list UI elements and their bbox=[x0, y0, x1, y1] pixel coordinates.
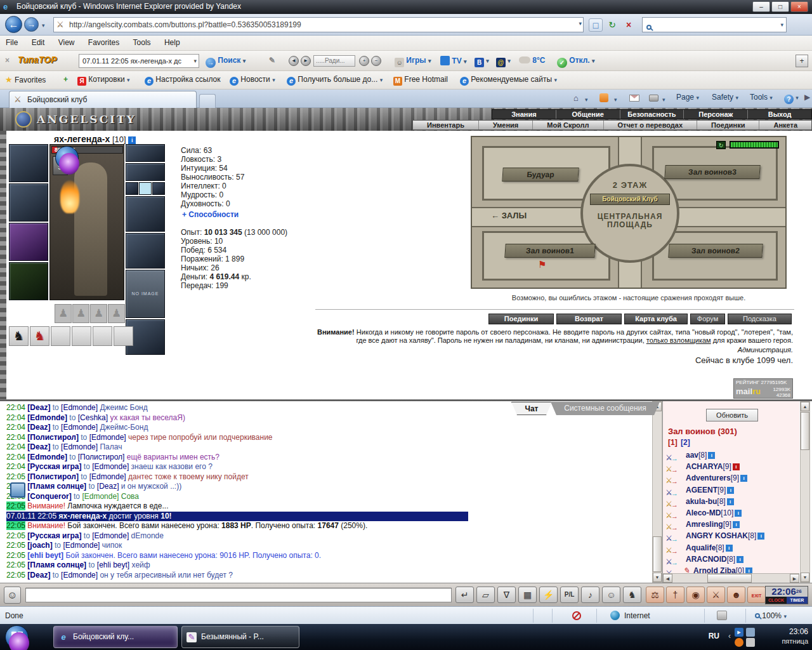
warning-underlined-link[interactable]: только взломщикам bbox=[646, 336, 711, 344]
player-name-link[interactable]: AGEENT bbox=[686, 486, 717, 494]
player-name-link[interactable]: ARACNOID bbox=[686, 555, 727, 564]
ghost-slot[interactable]: ♟ bbox=[108, 304, 125, 323]
compatibility-icon[interactable]: □ bbox=[589, 18, 603, 32]
forward-button[interactable]: → bbox=[24, 17, 39, 32]
player-name-link[interactable]: Amresling bbox=[686, 520, 723, 529]
screen-icon[interactable]: ▦ bbox=[518, 587, 537, 603]
b-dropdown[interactable]: ▾ bbox=[486, 58, 489, 64]
ring-slot[interactable] bbox=[126, 182, 138, 195]
gloves-slot[interactable] bbox=[126, 196, 165, 232]
nav-knowledge[interactable]: Знания bbox=[492, 110, 556, 119]
token-slot-empty[interactable] bbox=[93, 326, 112, 346]
menu-favorites[interactable]: Favorites bbox=[82, 36, 125, 50]
toolbar-logo[interactable]: ТипаТОР bbox=[18, 55, 57, 65]
tools-menu[interactable]: Tools ▾ bbox=[750, 93, 773, 102]
url-text[interactable]: http://angelscity.combats.com/buttons.pl… bbox=[69, 20, 301, 29]
favbar-item-more[interactable]: e Получить больше до... ▾ bbox=[287, 75, 383, 86]
back-button[interactable]: ← bbox=[5, 16, 22, 33]
favbar-item-dropdown[interactable]: ▾ bbox=[554, 77, 557, 83]
eraser-icon[interactable]: ▱ bbox=[476, 587, 495, 603]
duels-button[interactable]: Поединки bbox=[488, 314, 554, 324]
player-name-link[interactable]: ANGRY KOSHAK bbox=[686, 531, 748, 540]
page-link-2[interactable]: [2] bbox=[681, 438, 690, 447]
start-button[interactable] bbox=[5, 625, 29, 649]
print-dropdown[interactable]: ▾ bbox=[662, 96, 665, 103]
favbar-item-recommended[interactable]: e Рекомендуемые сайты ▾ bbox=[460, 75, 557, 86]
refresh-button[interactable]: ↻ bbox=[605, 18, 619, 32]
player-info-icon[interactable]: i bbox=[726, 545, 733, 552]
map-banner-hall1[interactable]: Зал воинов1 bbox=[504, 244, 596, 258]
subnav-scroll[interactable]: Мой Скролл bbox=[532, 121, 603, 129]
map-halls-link[interactable]: ← ЗАЛЫ bbox=[491, 211, 527, 220]
exit-icon[interactable]: EXIT bbox=[747, 587, 766, 603]
favbar-item-news[interactable]: e Новости ▾ bbox=[230, 75, 275, 86]
ghost-slot[interactable]: ♟ bbox=[55, 304, 72, 323]
player-info-icon[interactable]: i bbox=[727, 487, 734, 494]
highlighter-icon[interactable]: ✎ bbox=[269, 56, 275, 65]
overflow-chevron-icon[interactable]: ▶ bbox=[804, 93, 810, 102]
menu-file[interactable]: File bbox=[0, 36, 23, 50]
player-name-link[interactable]: aav bbox=[686, 451, 698, 460]
toolbar-close-icon[interactable]: × bbox=[5, 56, 10, 65]
scroll-down-icon[interactable]: ▼ bbox=[801, 573, 809, 582]
history-dropdown[interactable]: ▾ bbox=[42, 22, 45, 29]
language-indicator[interactable]: RU bbox=[709, 632, 719, 640]
protection-dropdown[interactable]: ▾ bbox=[592, 58, 595, 64]
map-banner-boudoir[interactable]: Будуар bbox=[502, 168, 579, 182]
magic-orb-icon[interactable] bbox=[55, 146, 79, 169]
read-mail-icon[interactable] bbox=[628, 93, 641, 104]
refresh-list-button[interactable]: Обновить bbox=[706, 409, 758, 421]
add-toolbar-button[interactable]: + bbox=[796, 55, 808, 67]
shoulders-slot[interactable] bbox=[9, 183, 48, 222]
url-box[interactable]: ⚔ http://angelscity.combats.com/buttons.… bbox=[53, 17, 584, 32]
private-level-icon[interactable]: P/L bbox=[560, 587, 579, 603]
minimize-button[interactable]: – bbox=[752, 1, 770, 12]
sound-icon[interactable]: ♪ bbox=[581, 587, 599, 603]
timer-label[interactable]: TIMER bbox=[787, 597, 808, 604]
favbar-item-dropdown[interactable]: ▾ bbox=[127, 77, 130, 83]
taskbar-item-browser[interactable]: e Бойцовский клу... bbox=[53, 626, 178, 648]
menu-edit[interactable]: Edit bbox=[26, 36, 51, 50]
smileys-button[interactable]: ☺ bbox=[4, 587, 21, 604]
scroll-thumb[interactable] bbox=[653, 536, 662, 572]
safety-menu[interactable]: Safety ▾ bbox=[712, 93, 738, 102]
toolbar-history-dropdown[interactable]: ▾ bbox=[193, 55, 197, 67]
forum-button[interactable]: Форум bbox=[690, 314, 725, 324]
subnav-transfers[interactable]: Отчет о переводах bbox=[603, 121, 697, 129]
token-slot-black-knight[interactable]: ♞ bbox=[9, 326, 29, 346]
subnav-inventory[interactable]: Инвентарь bbox=[413, 121, 478, 129]
map-refresh-icon[interactable]: ↻ bbox=[716, 141, 726, 149]
player-info-icon[interactable]: i bbox=[733, 521, 740, 528]
scroll-thumb[interactable] bbox=[801, 412, 809, 450]
url-dropdown[interactable]: ▾ bbox=[579, 20, 582, 27]
new-tab-button[interactable] bbox=[199, 94, 216, 108]
weather-button[interactable]: 8°C bbox=[519, 56, 545, 65]
home-icon[interactable]: ⌂ bbox=[570, 93, 582, 104]
knight-icon[interactable]: ♞ bbox=[623, 587, 641, 603]
armor-slot-empty[interactable]: NO IMAGE bbox=[126, 270, 165, 318]
tv-dropdown[interactable]: ▾ bbox=[464, 58, 467, 65]
dagger-icon[interactable]: † bbox=[666, 587, 684, 603]
nav-exit[interactable]: Выход bbox=[747, 110, 811, 119]
mail-button[interactable]: @ ▾ bbox=[496, 56, 511, 67]
tab-active[interactable]: ⚔ Бойцовский клуб bbox=[9, 91, 197, 108]
nav-chat[interactable]: Общение bbox=[556, 110, 620, 119]
page-link-1[interactable]: [1] bbox=[668, 438, 678, 447]
menu-view[interactable]: View bbox=[53, 36, 81, 50]
print-icon[interactable] bbox=[647, 93, 660, 104]
nav-character[interactable]: Персонаж bbox=[683, 110, 747, 119]
token-slot-empty[interactable] bbox=[72, 326, 91, 346]
menu-help[interactable]: Help bbox=[159, 36, 186, 50]
tab-system-messages[interactable]: Системные сообщения bbox=[551, 402, 660, 415]
zoom-dropdown[interactable]: ▾ bbox=[783, 613, 787, 620]
tray-media-icon[interactable]: ► bbox=[735, 628, 743, 637]
enter-icon[interactable]: ↵ bbox=[455, 587, 474, 603]
favbar-item-hotmail[interactable]: M Free Hotmail bbox=[393, 75, 448, 86]
ring-slot-active[interactable] bbox=[139, 182, 152, 195]
player-name-link[interactable]: Aqualife bbox=[686, 543, 716, 552]
rss-icon[interactable] bbox=[598, 93, 610, 104]
favbar-item-links[interactable]: e Настройка ссылок bbox=[145, 75, 220, 86]
tray-expand-icon[interactable]: ‹ bbox=[728, 632, 731, 640]
taskbar-item-paint[interactable]: ✎ Безымянный - P... bbox=[181, 626, 299, 648]
menu-tools[interactable]: Tools bbox=[128, 36, 157, 50]
